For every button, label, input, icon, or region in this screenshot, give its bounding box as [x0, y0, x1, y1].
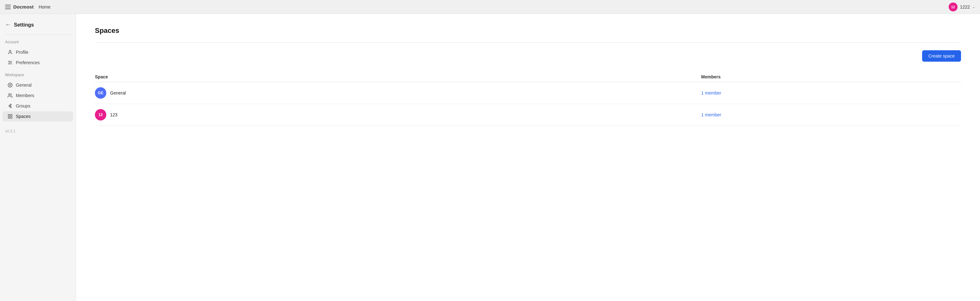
- sidebar-item-members-label: Members: [16, 93, 34, 98]
- sidebar-item-preferences-label: Preferences: [16, 60, 40, 65]
- space-cell: GEGeneral: [95, 82, 701, 104]
- svg-rect-14: [10, 114, 12, 116]
- space-name: General: [110, 90, 126, 95]
- sidebar-item-profile-label: Profile: [16, 50, 29, 55]
- sidebar-item-groups-label: Groups: [16, 103, 30, 108]
- table-row[interactable]: GEGeneral1 member: [95, 82, 961, 104]
- svg-point-5: [9, 62, 10, 63]
- home-nav[interactable]: Home: [38, 5, 50, 10]
- space-cell: 12123: [95, 104, 701, 126]
- topbar-right: 12 1222 ⌄: [949, 3, 975, 11]
- sidebar-item-spaces-label: Spaces: [16, 114, 31, 119]
- create-space-button[interactable]: Create space: [922, 50, 961, 62]
- chevron-down-icon[interactable]: ⌄: [972, 5, 975, 8]
- spaces-icon: [8, 114, 13, 119]
- col-space-header: Space: [95, 72, 701, 82]
- svg-rect-16: [10, 117, 12, 118]
- members-cell: 1 member: [701, 82, 961, 104]
- spaces-table: Space Members GEGeneral1 member121231 me…: [95, 72, 961, 126]
- members-cell: 1 member: [701, 104, 961, 126]
- workspace-section-label: Workspace: [0, 71, 76, 80]
- sidebar: ← Settings Account Profile: [0, 14, 76, 301]
- user-icon: [8, 50, 13, 55]
- page-title: Spaces: [95, 27, 961, 35]
- account-section-label: Account: [0, 38, 76, 47]
- sidebar-item-profile[interactable]: Profile: [3, 47, 73, 57]
- members-icon: [8, 93, 13, 98]
- user-avatar[interactable]: 12: [949, 3, 958, 11]
- svg-point-8: [8, 93, 10, 95]
- app-name: Docmost: [13, 4, 33, 10]
- create-space-row: Create space: [95, 50, 961, 62]
- app-logo: Docmost: [5, 4, 33, 10]
- sidebar-toggle-icon[interactable]: [5, 5, 11, 9]
- sidebar-item-general-label: General: [16, 82, 32, 87]
- content-area: Spaces Create space Space Members GEGene…: [76, 14, 980, 301]
- svg-rect-13: [8, 114, 10, 116]
- svg-rect-15: [8, 117, 10, 118]
- topbar: Docmost Home 12 1222 ⌄: [0, 0, 980, 14]
- space-avatar: 12: [95, 109, 106, 120]
- main-layout: ← Settings Account Profile: [0, 14, 980, 301]
- groups-icon: [8, 103, 13, 108]
- col-members-header: Members: [701, 72, 961, 82]
- preferences-icon: [8, 60, 13, 65]
- sidebar-divider: [5, 35, 70, 35]
- space-avatar: GE: [95, 87, 106, 99]
- sidebar-item-preferences[interactable]: Preferences: [3, 57, 73, 68]
- svg-point-6: [8, 63, 9, 65]
- topbar-username[interactable]: 1222: [960, 5, 970, 10]
- back-icon[interactable]: ←: [5, 22, 11, 28]
- table-row[interactable]: 121231 member: [95, 104, 961, 126]
- svg-point-0: [9, 50, 11, 52]
- space-name: 123: [110, 112, 117, 117]
- sidebar-version: v0.3.1: [0, 124, 76, 138]
- sidebar-item-spaces[interactable]: Spaces: [3, 111, 73, 121]
- svg-point-4: [8, 61, 9, 62]
- sidebar-header: ← Settings: [0, 19, 76, 33]
- svg-point-7: [10, 84, 11, 86]
- gear-icon: [8, 82, 13, 87]
- settings-title: Settings: [14, 22, 34, 28]
- content-divider: [95, 42, 961, 43]
- sidebar-item-groups[interactable]: Groups: [3, 101, 73, 111]
- sidebar-item-general[interactable]: General: [3, 80, 73, 90]
- sidebar-item-members[interactable]: Members: [3, 90, 73, 101]
